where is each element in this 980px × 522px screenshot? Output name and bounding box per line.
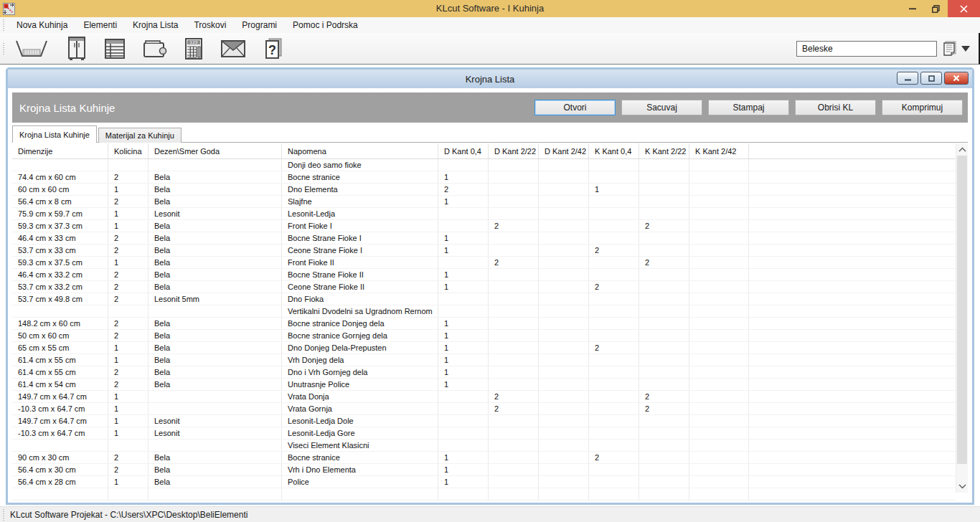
komprimuj-button[interactable]: Komprimuj [882,100,963,115]
cutting-list-icon[interactable] [99,35,131,62]
cell-d-kant-2-42 [539,379,589,390]
table-row[interactable]: 61.4 cm x 54 cm2BelaUnutrasnje Police1 [12,379,956,391]
column-header-dimenzije[interactable]: Dimenzije [12,143,108,158]
table-row[interactable]: 46.4 cm x 33 cm2BelaBocne Strane Fioke I… [12,232,956,245]
cell-k-kant-0-4: 1 [589,184,639,195]
column-header-k-kant-2-22[interactable]: K Kant 2/22 [639,143,689,158]
table-row[interactable]: Vertikalni Dvodelni sa Ugradnom Rernom [12,305,956,318]
toolbar: 123 ? Beleske [0,33,980,65]
table-row[interactable]: 46.4 cm x 33.2 cm2BelaBocne Strane Fioke… [12,269,956,281]
cell-dimenzije [12,488,108,500]
cell-d-kant-2-22: 2 [489,257,539,268]
scrollbar-thumb[interactable] [957,156,967,464]
table-row[interactable]: 56.4 cm x 8 cm2BelaSlajfne1 [12,196,956,208]
restore-button[interactable] [924,0,948,17]
table-row[interactable]: 149.7 cm x 64.7 cm1Vrata Donja22 [12,391,956,403]
minimize-button[interactable] [900,0,924,17]
menu-item-pomoc-i-podrska[interactable]: Pomoc i Podrska [285,18,366,32]
close-button[interactable] [948,0,980,17]
table-row[interactable]: 53.7 cm x 49.8 cm2Lesonit 5mmDno Fioka [12,293,956,305]
table-row[interactable]: 65 cm x 55 cm1BelaDno Donjeg Dela-Prepus… [12,342,956,354]
column-header-d-kant-2-22[interactable]: D Kant 2/22 [489,143,539,158]
cell-kolicina: 2 [108,452,149,463]
cell-d-kant-0-4: 2 [438,184,489,195]
stampaj-button[interactable]: Stampaj [708,100,789,115]
table-row[interactable]: 90 cm x 30 cm2BelaBocne stranice12 [12,452,956,464]
table-row[interactable]: 61.4 cm x 55 cm2BelaDno i Vrh Gornjeg de… [12,366,956,379]
table-row-empty[interactable] [12,488,956,500]
notes-combobox-value: Beleske [802,44,833,54]
costs-wallet-icon[interactable] [138,35,172,62]
table-row[interactable]: 74.4 cm x 60 cm2BelaBocne stranice1 [12,171,956,184]
column-header-k-kant-0-4[interactable]: K Kant 0,4 [589,143,639,158]
table-row[interactable]: 50 cm x 60 cm2BelaBocne stranice Gornjeg… [12,330,956,342]
inner-maximize-button[interactable] [920,72,942,85]
statusbar: KLcut Software Projekat - C:\Users\XPC\D… [0,506,980,522]
cell-kolicina: 1 [108,427,149,439]
mail-icon[interactable] [215,35,251,62]
cell-napomena: Bocne stranice Gornjeg dela [282,330,438,341]
menu-item-programi[interactable]: Programi [234,18,285,32]
cell-dimenzije: 149.7 cm x 64.7 cm [12,391,108,402]
elements-cabinet-icon[interactable] [62,35,92,62]
cell-k-kant-2-22 [639,330,689,341]
cell-d-kant-0-4 [438,220,489,232]
cell-filler [749,427,956,439]
scroll-up-arrow[interactable] [956,143,968,156]
inner-titlebar[interactable]: Krojna Lista [8,70,972,88]
inner-close-button[interactable] [944,72,969,85]
menu-item-elementi[interactable]: Elementi [75,18,125,32]
cell-dezen-smer-goda: Bela [149,281,282,293]
dropdown-caret-icon[interactable] [961,46,970,52]
table-row[interactable]: -10.3 cm x 64.7 cm1Vrata Gornja22 [12,403,956,415]
tab-krojna-lista-kuhinje[interactable]: Krojna Lista Kuhinje [12,125,97,143]
inner-minimize-button[interactable] [897,72,918,85]
column-header-k-kant-2-42[interactable]: K Kant 2/42 [689,143,749,158]
cell-k-kant-2-22 [639,159,689,171]
help-icon[interactable]: ? [258,35,288,62]
tab-materijal-za-kuhinju[interactable]: Materijal za Kuhinju [98,128,182,143]
menu-item-troskovi[interactable]: Troskovi [186,18,234,32]
table-row[interactable]: 75.9 cm x 59.7 cm1LesonitLesonit-Ledja [12,208,956,220]
table-row[interactable]: 56.4 cm x 30 cm2BelaVrh i Dno Elementa1 [12,464,956,476]
menu-item-krojna-lista[interactable]: Krojna Lista [125,18,186,32]
table-row[interactable]: 53.7 cm x 33 cm2BelaCeone Strane Fioke I… [12,245,956,257]
table-row[interactable]: -10.3 cm x 64.7 cm1LesonitLesonit-Ledja … [12,427,956,440]
scroll-down-arrow[interactable] [956,480,968,493]
menu-item-nova-kuhinja[interactable]: Nova Kuhinja [9,18,75,32]
column-header-dezen-smer-goda[interactable]: Dezen\Smer Goda [149,143,282,158]
cell-kolicina: 1 [108,354,149,366]
table-row[interactable]: 59.3 cm x 37.3 cm1BelaFront Fioke I22 [12,220,956,232]
notes-combobox[interactable]: Beleske [796,41,937,57]
cell-d-kant-2-42 [539,171,589,183]
table-row[interactable]: 148.2 cm x 60 cm2BelaBocne stranice Donj… [12,318,956,330]
cell-dezen-smer-goda [149,488,282,500]
cell-dimenzije: 53.7 cm x 33 cm [12,245,108,256]
table-row[interactable]: 60 cm x 60 cm1BelaDno Elementa21 [12,184,956,196]
vertical-scrollbar[interactable] [956,143,968,493]
cell-k-kant-2-42 [689,391,749,402]
column-header-kolicina[interactable]: Kolicina [108,143,149,158]
obrisi-kl-button[interactable]: Obrisi KL [795,100,876,115]
cell-dimenzije: 56.4 cm x 30 cm [12,464,108,475]
column-header-d-kant-0-4[interactable]: D Kant 0,4 [438,143,489,158]
calculator-icon[interactable]: 123 [179,35,208,62]
table-row[interactable]: 59.3 cm x 37.5 cm1BelaFront Fioke II22 [12,257,956,269]
otvori-button[interactable]: Otvori [534,100,616,115]
table-row[interactable]: 61.4 cm x 55 cm1BelaVrh Donjeg dela1 [12,354,956,366]
column-header-napomena[interactable]: Napomena [282,143,438,158]
table-row[interactable]: 149.7 cm x 64.7 cm1LesonitLesonit-Ledja … [12,415,956,427]
minimize-icon [909,5,916,12]
notes-page-icon[interactable] [943,41,957,57]
table-row[interactable]: 56.4 cm x 28 cm1BelaPolice1 [12,476,956,488]
new-kitchen-icon[interactable] [9,35,55,62]
cell-k-kant-0-4 [589,269,639,280]
cell-k-kant-2-22 [639,476,689,488]
column-header-d-kant-2-42[interactable]: D Kant 2/42 [539,143,589,158]
cell-kolicina: 2 [108,330,149,341]
table-row[interactable]: Donji deo samo fioke [12,159,956,171]
table-row[interactable]: 53.7 cm x 33.2 cm2BelaCeone Strane Fioke… [12,281,956,293]
table-row[interactable]: Viseci Element Klasicni [12,440,956,452]
cell-filler [749,318,956,329]
sacuvaj-button[interactable]: Sacuvaj [621,100,702,115]
